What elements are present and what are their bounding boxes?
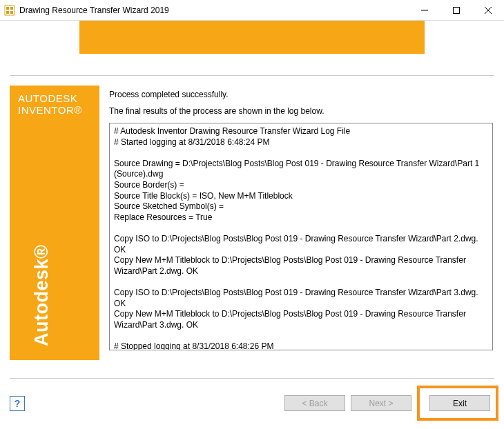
log-output[interactable]: # Autodesk Inventor Drawing Resource Tra…	[109, 123, 493, 350]
main-area: AUTODESK INVENTOR® Autodesk® Process com…	[0, 76, 504, 360]
banner-area	[0, 21, 504, 59]
window-controls	[409, 0, 504, 20]
wizard-buttons: < Back Next > Exit	[284, 386, 494, 421]
top-banner	[79, 21, 425, 54]
svg-rect-6	[454, 7, 460, 13]
brand-line2: INVENTOR®	[18, 104, 91, 116]
svg-rect-2	[10, 7, 13, 10]
minimize-button[interactable]	[409, 0, 440, 20]
help-button[interactable]: ?	[10, 396, 25, 411]
brand-line1: AUTODESK	[18, 92, 91, 104]
titlebar: Drawing Resource Transfer Wizard 2019	[0, 0, 504, 21]
maximize-button[interactable]	[440, 0, 472, 20]
exit-highlight: Exit	[417, 386, 498, 421]
exit-button[interactable]: Exit	[429, 395, 490, 411]
svg-rect-1	[6, 7, 9, 10]
app-icon	[4, 5, 15, 16]
svg-rect-4	[10, 11, 13, 14]
status-completed: Process completed successfully.	[109, 90, 494, 99]
brand-text: AUTODESK INVENTOR®	[10, 86, 99, 123]
footer: ? < Back Next > Exit	[10, 378, 494, 421]
svg-rect-3	[6, 11, 9, 14]
content-area: Process completed successfully. The fina…	[109, 86, 494, 360]
brand-panel: AUTODESK INVENTOR® Autodesk®	[10, 86, 99, 360]
brand-rotated: Autodesk®	[31, 245, 52, 346]
status-sub: The final results of the process are sho…	[109, 106, 494, 116]
back-button: < Back	[284, 395, 345, 411]
window-title: Drawing Resource Transfer Wizard 2019	[19, 6, 409, 15]
next-button: Next >	[351, 395, 411, 411]
close-button[interactable]	[472, 0, 504, 20]
